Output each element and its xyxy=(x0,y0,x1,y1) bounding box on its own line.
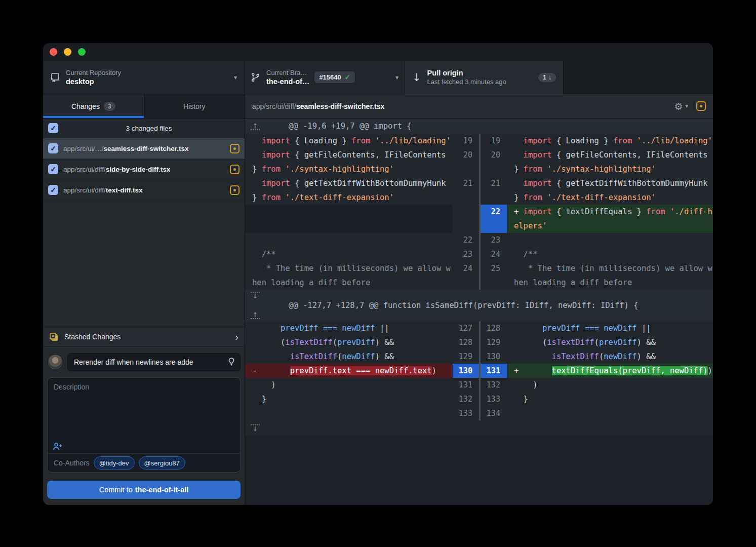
gear-icon: ⚙ xyxy=(674,101,683,112)
diff-row: * The time (in milliseconds) we allow wh… xyxy=(245,261,713,290)
stashed-changes-row[interactable]: Stashed Changes › xyxy=(43,327,245,347)
modified-status-icon xyxy=(230,144,240,153)
diff-code-line: import { getFileContents, IFileContents … xyxy=(245,148,453,176)
diff-row: 133134 xyxy=(245,406,713,420)
diff-code-line: /** xyxy=(507,247,713,261)
diff-line-number[interactable]: 130 xyxy=(481,349,507,364)
diff-line-number[interactable]: 132 xyxy=(481,378,507,392)
diff-line-number[interactable]: 20 xyxy=(453,148,479,176)
tab-history[interactable]: History xyxy=(144,94,245,118)
diff-line-number[interactable]: 134 xyxy=(481,406,507,420)
diff-code-line: import { getTextDiffWithBottomDummyHunk … xyxy=(245,176,453,205)
diff-line-number[interactable]: 128 xyxy=(453,335,479,349)
diff-line-number[interactable]: 129 xyxy=(481,335,507,349)
diff-line-number[interactable]: 20 xyxy=(481,148,507,176)
diff-code-line: ) xyxy=(245,378,453,392)
diff-file-name: seamless-diff-switcher.tsx xyxy=(296,102,384,110)
diff-line-number[interactable]: 133 xyxy=(481,392,507,406)
commit-description-input[interactable] xyxy=(48,378,240,453)
files-header-label: 3 changed files xyxy=(58,125,240,132)
diff-line-number[interactable]: 24 xyxy=(453,261,479,290)
diff-code-line xyxy=(245,406,453,420)
diff-line-number[interactable]: 25 xyxy=(481,261,507,290)
diff-line-number[interactable]: 127 xyxy=(453,321,479,335)
toolbar: Current Repository desktop ▾ Current Bra… xyxy=(43,61,713,94)
file-checkbox[interactable]: ✓ xyxy=(48,185,58,195)
file-checkbox[interactable]: ✓ xyxy=(48,164,58,174)
diff-row: )131132 ) xyxy=(245,378,713,392)
modified-status-icon xyxy=(230,185,240,195)
tabbar: Changes 3 History xyxy=(43,94,245,119)
diff-line-number[interactable]: 129 xyxy=(453,349,479,364)
file-name: seamless-diff-switcher.tsx xyxy=(104,145,189,152)
diff-line-number[interactable] xyxy=(453,205,479,233)
coauthors-label: Co-Authors xyxy=(54,459,90,467)
close-window-button[interactable] xyxy=(50,48,57,56)
repository-dropdown[interactable]: Current Repository desktop ▾ xyxy=(43,61,245,94)
file-path-prefix: app/src/ui/diff/ xyxy=(63,166,106,173)
expand-up-button[interactable]: ↑ xyxy=(250,311,261,319)
diff-line-number[interactable]: 24 xyxy=(481,247,507,261)
chevron-right-icon: › xyxy=(235,332,238,342)
diff-line-number[interactable]: 19 xyxy=(453,134,479,148)
diff-line-number[interactable]: 21 xyxy=(453,176,479,205)
add-coauthor-icon[interactable] xyxy=(53,442,63,451)
file-checkbox[interactable]: ✓ xyxy=(48,143,58,153)
tab-changes[interactable]: Changes 3 xyxy=(43,94,144,118)
tab-history-label: History xyxy=(183,102,206,110)
github-desktop-window: Current Repository desktop ▾ Current Bra… xyxy=(43,43,713,505)
file-list-empty-area xyxy=(43,201,245,327)
commit-button-prefix: Commit to xyxy=(99,486,133,494)
sidebar: Changes 3 History ✓ 3 changed files ✓app… xyxy=(43,94,245,505)
diff-code-line: * The time (in milliseconds) we allow wh… xyxy=(507,261,713,290)
diff-line-number[interactable]: 23 xyxy=(453,247,479,261)
diff-line-number[interactable]: 128 xyxy=(481,321,507,335)
branch-icon xyxy=(251,72,260,82)
tab-changes-label: Changes xyxy=(71,102,100,110)
zoom-window-button[interactable] xyxy=(78,48,86,56)
branch-dropdown[interactable]: Current Bra… the-end-of… #15640 ✓ ▾ xyxy=(245,61,405,94)
file-name: side-by-side-diff.tsx xyxy=(106,166,171,173)
expand-down-button[interactable]: ↓ xyxy=(250,292,261,299)
diff-line-number[interactable]: 19 xyxy=(481,134,507,148)
coauthor-row: Co-Authors @tidy-dev@sergiou87 xyxy=(48,453,240,472)
file-row[interactable]: ✓app/src/ui/diff/text-diff.tsx xyxy=(43,180,245,201)
files-header: ✓ 3 changed files xyxy=(43,119,245,138)
diff-code-line: import { getFileContents, IFileContents … xyxy=(507,148,713,176)
diff-line-number[interactable]: 131 xyxy=(453,378,479,392)
chevron-down-icon: ▾ xyxy=(685,103,688,109)
dotted-line xyxy=(251,129,260,130)
diff-row: import { getFileContents, IFileContents … xyxy=(245,148,713,176)
commit-summary-input[interactable] xyxy=(67,353,241,371)
pull-count: 1 xyxy=(543,74,546,81)
pull-origin-button[interactable]: ↓ Pull origin Last fetched 3 minutes ago… xyxy=(405,61,564,94)
diff-line-number[interactable]: 132 xyxy=(453,392,479,406)
coauthor-pills: @tidy-dev@sergiou87 xyxy=(94,456,185,470)
diff-line-number[interactable]: 131 xyxy=(481,364,507,378)
expand-down-button[interactable]: ↓ xyxy=(250,424,261,432)
repository-icon xyxy=(50,72,60,82)
diff-empty-area xyxy=(245,436,713,505)
diff-line-number[interactable]: 22 xyxy=(453,233,479,247)
file-row[interactable]: ✓app/src/ui/…/seamless-diff-switcher.tsx xyxy=(43,138,245,159)
diff-code-line xyxy=(245,233,453,247)
diff-line-number[interactable]: 23 xyxy=(481,233,507,247)
diff-line-number[interactable]: 130 xyxy=(453,364,479,378)
diff-code-line: (isTextDiff(prevDiff) && xyxy=(245,335,453,349)
diff-row: import { Loading } from '../lib/loading'… xyxy=(245,134,713,148)
diff-options-button[interactable]: ⚙ ▾ xyxy=(674,101,688,112)
diff-code-line: + import { textDiffEquals } from './diff… xyxy=(507,205,713,233)
file-row[interactable]: ✓app/src/ui/diff/side-by-side-diff.tsx xyxy=(43,159,245,180)
minimize-window-button[interactable] xyxy=(64,48,71,56)
changes-count-badge: 3 xyxy=(104,102,115,111)
coauthor-pill[interactable]: @sergiou87 xyxy=(139,456,185,470)
diff-line-number[interactable]: 21 xyxy=(481,176,507,205)
diff-body: ↑@@ -19,6 +19,7 @@ import { import { Loa… xyxy=(245,119,713,505)
diff-line-number[interactable]: 133 xyxy=(453,406,479,420)
expand-up-button[interactable]: ↑ xyxy=(250,123,261,130)
coauthor-pill[interactable]: @tidy-dev xyxy=(94,456,135,470)
commit-button[interactable]: Commit to the-end-of-it-all xyxy=(47,481,241,499)
diff-line-number[interactable]: 22 xyxy=(481,205,507,233)
all-files-checkbox[interactable]: ✓ xyxy=(48,123,58,133)
lightbulb-icon[interactable] xyxy=(227,357,236,366)
